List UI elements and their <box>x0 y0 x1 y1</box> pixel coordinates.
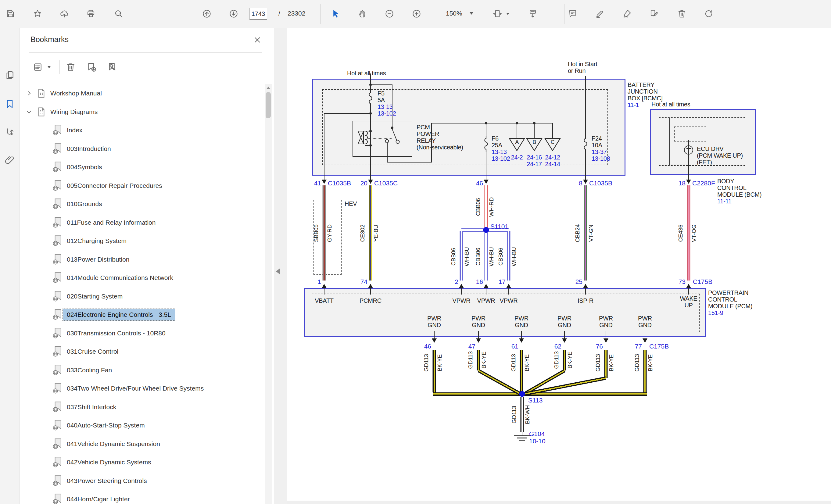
relay-label3: RELAY <box>417 137 436 144</box>
bookmark-item[interactable]: 041Vehicle Dynamic Suspension <box>53 435 263 453</box>
cloud-upload-button[interactable] <box>57 7 71 21</box>
splice-s113 <box>519 391 525 397</box>
zoom-level-value[interactable]: 150% <box>446 10 462 17</box>
bookmark-item[interactable]: 043Power Steering Controls <box>53 472 263 490</box>
fet-symbol <box>684 145 693 155</box>
zoom-in-button[interactable] <box>409 7 424 21</box>
scrollbar-thumb[interactable] <box>266 92 271 118</box>
bookmarks-scrollbar[interactable] <box>265 84 272 504</box>
bookmark-globe-icon <box>53 475 62 486</box>
bookmark-item[interactable]: 037Shift Interlock <box>53 398 263 416</box>
bookmark-item[interactable]: 034Two Wheel Drive/Four Wheel Drive Syst… <box>53 379 263 398</box>
page-number-input[interactable] <box>250 8 267 20</box>
bookmark-item[interactable]: 003Introduction <box>53 140 263 158</box>
add-bookmark-button[interactable] <box>84 60 99 75</box>
rotate-pages-button[interactable] <box>702 7 716 21</box>
chevron-right-icon[interactable] <box>26 90 32 96</box>
pin-46: 46 <box>465 180 483 187</box>
page-scrolling-button[interactable] <box>526 7 540 21</box>
bookmark-label: 034Two Wheel Drive/Four Wheel Drive Syst… <box>67 385 204 392</box>
bookmark-globe-icon <box>53 439 62 449</box>
document-icon <box>36 107 46 117</box>
print-button[interactable] <box>84 7 98 21</box>
bookmark-item-wiring-diagrams[interactable]: Wiring Diagrams <box>26 103 263 121</box>
scrollbar-up-arrow[interactable] <box>266 87 270 89</box>
document-icon <box>36 88 46 99</box>
pin-17: 17 <box>487 278 506 286</box>
bookmark-item[interactable]: 010Grounds <box>53 195 263 213</box>
f24-ref2: 13-108 <box>592 155 610 162</box>
fit-width-button[interactable] <box>490 7 505 21</box>
bookmark-options-caret[interactable] <box>48 66 51 68</box>
bookmark-item[interactable]: 014Module Communications Network <box>53 269 263 287</box>
junction-dot <box>516 122 518 124</box>
wire-segment <box>688 155 689 180</box>
bookmark-label: 042Vehicle Dynamic Systems <box>67 458 151 466</box>
bookmark-item-selected[interactable]: 024Electronic Engine Controls - 3.5L <box>53 305 263 324</box>
pcm-ref: 151-9 <box>708 309 723 316</box>
page-thumbnails-button[interactable] <box>3 68 17 82</box>
destinations-button[interactable] <box>3 125 17 139</box>
collapse-panel-arrow[interactable] <box>276 268 280 274</box>
bookmark-globe-icon <box>53 161 62 173</box>
bookmark-item[interactable]: 011Fuse and Relay Information <box>53 213 263 232</box>
fit-dropdown-caret[interactable] <box>506 13 509 15</box>
highlight-button[interactable] <box>593 7 607 21</box>
delete-bookmark-button[interactable] <box>63 60 78 75</box>
wire-ce436-vt-og <box>687 185 690 280</box>
wire-cbb06-wh-bu <box>507 231 511 280</box>
close-panel-icon[interactable] <box>254 36 261 43</box>
bookmarks-panel-button[interactable] <box>3 97 17 111</box>
bookmark-item[interactable]: 030Transmission Controls - 10R80 <box>53 324 263 343</box>
delete-pages-button[interactable] <box>675 7 689 21</box>
bookmark-item[interactable]: 042Vehicle Dynamic Systems <box>53 453 263 472</box>
bookmark-item[interactable]: 033Cooling Fan <box>53 361 263 380</box>
wire-label: GD113 <box>423 354 430 372</box>
next-page-button[interactable] <box>227 7 240 21</box>
pcm-pin-pwr: PWR <box>416 315 453 322</box>
bjb-ref: 11-1 <box>628 101 639 108</box>
star-favorite-button[interactable] <box>30 7 45 21</box>
hand-tool-button[interactable] <box>355 7 370 21</box>
attachments-button[interactable] <box>3 153 17 167</box>
relay-label1: PCM <box>417 124 430 130</box>
find-button[interactable] <box>112 7 126 21</box>
edit-pdf-button[interactable] <box>647 7 661 21</box>
bookmark-item[interactable]: 004Symbols <box>53 158 263 177</box>
wire-label: CBB06 <box>497 248 504 266</box>
pin-73: 73 <box>667 278 686 286</box>
pin-74: 74 <box>349 278 368 286</box>
zoom-out-button[interactable] <box>382 7 396 21</box>
bookmark-item[interactable]: Index <box>53 121 263 140</box>
triangle-c-ref1: 24-12 <box>534 154 571 161</box>
fuse-f6-symbol <box>484 136 489 152</box>
panel-toolbar-divider <box>59 60 60 74</box>
bookmark-item[interactable]: 031Cruise Control <box>53 343 263 361</box>
bookmark-item[interactable]: 040Auto-Start-Stop System <box>53 416 263 435</box>
horizontal-scrollbar[interactable] <box>287 501 831 504</box>
bookmark-item[interactable]: 012Charging System <box>53 232 263 250</box>
bookmark-item[interactable]: 044Horn/Cigar Lighter <box>53 490 263 504</box>
triangle-c-letter: C <box>551 139 555 145</box>
bookmark-globe-icon <box>53 217 62 228</box>
bookmark-item[interactable]: 005Connector Repair Procedures <box>53 177 263 195</box>
fill-sign-button[interactable] <box>620 7 634 21</box>
bookmark-item[interactable]: 020Starting System <box>53 287 263 306</box>
previous-page-button[interactable] <box>200 7 214 21</box>
locate-current-bookmark-button[interactable] <box>105 60 119 75</box>
wire-label: GD113 <box>510 354 517 372</box>
wire-segment <box>552 123 553 139</box>
pin-2: 2 <box>440 278 458 286</box>
wire-label: WH-BU <box>511 247 517 266</box>
bookmark-options-button[interactable] <box>30 60 45 75</box>
save-button[interactable] <box>3 7 18 21</box>
wire-label: GY-RD <box>326 225 333 242</box>
bookmark-item-workshop-manual[interactable]: Workshop Manual <box>26 84 263 103</box>
connector-arrow <box>603 338 608 343</box>
bookmark-item[interactable]: 013Power Distribution <box>53 250 263 269</box>
wire-cbb06-wh-bu <box>485 232 488 280</box>
comment-button[interactable] <box>566 7 580 21</box>
zoom-dropdown-caret[interactable] <box>469 12 473 14</box>
select-tool-button[interactable] <box>329 7 343 21</box>
chevron-down-icon[interactable] <box>26 109 32 115</box>
